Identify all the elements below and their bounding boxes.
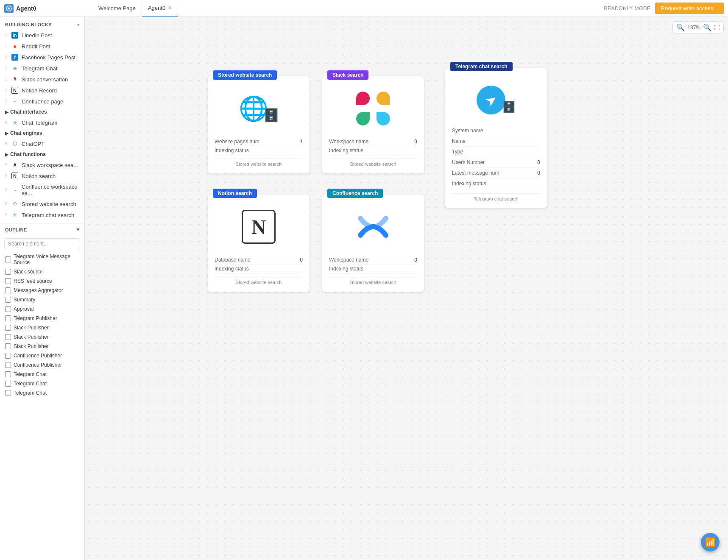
- drag-handle-icon: ⠿: [4, 213, 7, 217]
- card-fields-slack: Workspace name 0 Indexing status: [329, 137, 417, 155]
- sidebar-item-slack-conversation[interactable]: ⠿ # Slack conversation: [0, 74, 84, 85]
- topbar: Agent0 Welcome Page Agent0 ✕ READONLY MO…: [0, 0, 728, 17]
- detail-panel-telegram-chat-search[interactable]: Telegram chat search ➤ 🗄️ System name Na…: [445, 68, 547, 208]
- topbar-right: READONLY MODE Request write access...: [604, 3, 724, 14]
- outline-item[interactable]: Telegram Voice Message Source: [0, 252, 84, 267]
- tab-agent0[interactable]: Agent0 ✕: [142, 0, 178, 17]
- detail-field-indexing-status-tg: Indexing status: [452, 178, 540, 189]
- drag-handle-icon: ⠿: [4, 174, 7, 178]
- outline-item[interactable]: Slack Publisher: [0, 323, 84, 332]
- chat-engines-group[interactable]: ▶ Chat engines: [0, 128, 84, 138]
- outline-item[interactable]: Messages Aggregator: [0, 286, 84, 295]
- sidebar-item-confluence-workspace-search[interactable]: ⠿ ~ Confluence workspace se...: [0, 181, 84, 198]
- drag-handle-icon: ⠿: [4, 88, 7, 93]
- chevron-down-icon: ▾: [77, 227, 80, 232]
- outline-item[interactable]: Slack Publisher: [0, 342, 84, 351]
- card-notion-search[interactable]: Notion search N Database name 0 Indexing…: [208, 195, 310, 292]
- tab-welcome-page[interactable]: Welcome Page: [92, 0, 142, 17]
- zoom-level: 137%: [687, 25, 700, 31]
- card-badge-confluence-search: Confluence search: [327, 189, 383, 198]
- building-blocks-header[interactable]: BUILDING BLOCKS ▾: [0, 20, 84, 30]
- drag-handle-icon: ⠿: [4, 188, 7, 192]
- zoom-in-button[interactable]: 🔍: [703, 23, 711, 31]
- card-badge-notion-search: Notion search: [213, 189, 257, 198]
- canvas[interactable]: 🔍 137% 🔍 ⛶ Stored website search 🌐 🗄️ We…: [85, 17, 728, 560]
- telegram-chat-search-icon: ✈: [11, 212, 18, 218]
- cube-icon: [5, 325, 11, 331]
- fab-button[interactable]: 📶: [701, 533, 720, 552]
- sidebar-item-slack-workspace-search[interactable]: ⠿ # Slack workspace sea...: [0, 159, 84, 170]
- drag-handle-icon: ⠿: [4, 66, 7, 71]
- sidebar-item-notion-record[interactable]: ⠿ N Notion Record: [0, 85, 84, 96]
- card-field-workspace-name-conf: Workspace name 0: [329, 256, 417, 265]
- chat-interfaces-group[interactable]: ▶ Chat interfaces: [0, 107, 84, 117]
- sidebar-item-confluence-page[interactable]: ⠿ ~ Confluence page: [0, 96, 84, 107]
- drag-handle-icon: ⠿: [4, 120, 7, 125]
- outline-item[interactable]: Telegram Chat: [0, 370, 84, 379]
- cube-icon: [5, 278, 11, 284]
- detail-fields: System name Name Type Users Number 0 Lat…: [452, 125, 540, 189]
- sidebar-item-reddit-post[interactable]: ⠿ ● Reddit Post: [0, 41, 84, 52]
- outline-item[interactable]: Summary: [0, 295, 84, 304]
- sidebar-item-notion-search[interactable]: ⠿ N Notion search: [0, 170, 84, 181]
- confluence-logo: [356, 210, 390, 244]
- cube-icon: [5, 362, 11, 368]
- linkedin-icon: in: [11, 32, 18, 39]
- fullscreen-button[interactable]: ⛶: [714, 24, 720, 31]
- outline-item[interactable]: Slack Publisher: [0, 332, 84, 342]
- slack-ws-icon: #: [11, 162, 18, 168]
- sidebar-item-chat-telegram[interactable]: ⠿ ✈ Chat Telegram: [0, 117, 84, 128]
- confluence-ws-icon: ~: [11, 187, 18, 193]
- slack-icon: #: [11, 76, 18, 83]
- detail-field-users-number: Users Number 0: [452, 157, 540, 168]
- outline-item[interactable]: Confluence Publisher: [0, 351, 84, 360]
- notion-icon: N: [11, 87, 18, 94]
- detail-field-latest-message-num: Latest message num 0: [452, 168, 540, 178]
- card-field-indexing-status-slack: Indexing status: [329, 146, 417, 155]
- notion-search-icon: N: [11, 173, 18, 179]
- request-write-access-button[interactable]: Request write access...: [655, 3, 724, 14]
- arrow-icon: ▶: [5, 131, 8, 136]
- outline-item[interactable]: Approval: [0, 304, 84, 314]
- search-box: [0, 236, 84, 252]
- confluence-icon: ~: [11, 98, 18, 105]
- arrow-icon: ▶: [5, 110, 8, 114]
- sidebar-item-facebook-pages-post[interactable]: ⠿ f Facebook Pages Post: [0, 52, 84, 63]
- outline-item[interactable]: RSS feed source: [0, 276, 84, 286]
- tab-close-icon[interactable]: ✕: [168, 5, 172, 11]
- canvas-toolbar: 🔍 137% 🔍 ⛶: [672, 21, 724, 33]
- chevron-down-icon: ▾: [77, 22, 80, 27]
- sidebar-item-linkedin-post[interactable]: ⠿ in Linedin Post: [0, 30, 84, 41]
- drag-handle-icon: ⠿: [4, 44, 7, 49]
- sidebar-item-telegram-chat-search[interactable]: ⠿ ✈ Telegram chat search: [0, 209, 84, 220]
- chat-functions-group[interactable]: ▶ Chat functions: [0, 149, 84, 159]
- card-stored-website-search[interactable]: Stored website search 🌐 🗄️ Website pages…: [208, 76, 310, 173]
- drag-handle-icon: ⠿: [4, 77, 7, 82]
- card-badge-stored-website-search: Stored website search: [213, 70, 277, 80]
- outline-item[interactable]: Confluence Publisher: [0, 360, 84, 370]
- outline-item[interactable]: Telegram Chat: [0, 379, 84, 388]
- sidebar-item-telegram-chat[interactable]: ⠿ ✈ Telegram Chat: [0, 63, 84, 74]
- sidebar-item-stored-website-search[interactable]: ⠿ ⚙ Stored website search: [0, 198, 84, 209]
- cube-icon: [5, 371, 11, 377]
- outline-item[interactable]: Telegram Chat: [0, 388, 84, 398]
- cube-icon: [5, 334, 11, 340]
- outline-item[interactable]: Slack source: [0, 267, 84, 276]
- cube-icon: [5, 315, 11, 321]
- outline-header[interactable]: OUTLINE ▾: [0, 223, 84, 236]
- search-input[interactable]: [4, 238, 80, 249]
- wifi-icon: 📶: [705, 537, 716, 547]
- detail-field-type: Type: [452, 147, 540, 157]
- card-confluence-search[interactable]: Confluence search Workspace name 0 Index…: [322, 195, 424, 292]
- readonly-badge: READONLY MODE: [604, 6, 651, 11]
- card-icon-area-confluence: [329, 201, 417, 252]
- card-badge-slack-search: Slack search: [327, 70, 368, 80]
- app-title: Agent0: [16, 5, 36, 12]
- outline-item[interactable]: Telegram Publisher: [0, 314, 84, 323]
- zoom-out-button[interactable]: 🔍: [676, 23, 685, 31]
- drag-handle-icon: ⠿: [4, 163, 7, 167]
- card-slack-search[interactable]: Slack search Workspace name 0: [322, 76, 424, 173]
- cube-icon: [5, 343, 11, 349]
- drag-handle-icon: ⠿: [4, 99, 7, 104]
- sidebar-item-chatgpt[interactable]: ⠿ ⬡ ChatGPT: [0, 138, 84, 149]
